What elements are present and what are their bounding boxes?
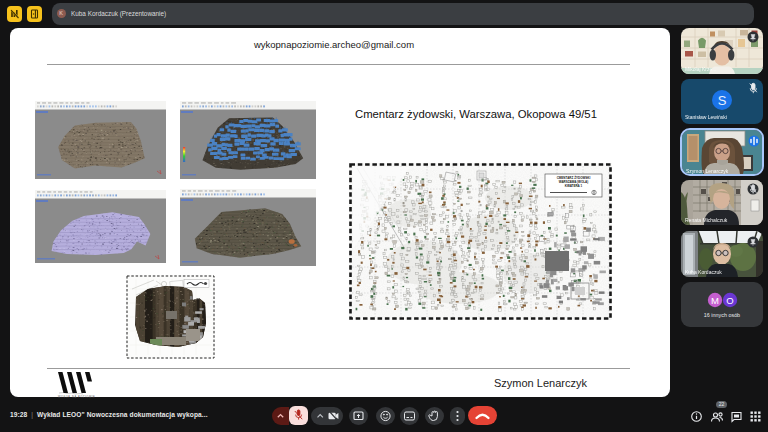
svg-text:O: O [726,295,733,306]
svg-text:M: M [711,295,719,306]
svg-text:WYKOP NA POZIOMIE: WYKOP NA POZIOMIE [58,395,95,399]
svg-text:16 innych osób: 16 innych osób [704,312,740,318]
svg-text:Renata Michalczuk: Renata Michalczuk [685,217,728,223]
svg-text:Kuba Kordaczuk: Kuba Kordaczuk [685,269,722,275]
svg-text:Mikołaj Krze...: Mikołaj Krze... [685,66,716,72]
svg-text:Stanisław Lewiński: Stanisław Lewiński [685,114,727,120]
svg-text:Szymon Lenarczyk: Szymon Lenarczyk [686,168,729,174]
svg-text:S: S [718,93,727,108]
svg-text:KWATERA 1: KWATERA 1 [565,184,583,188]
